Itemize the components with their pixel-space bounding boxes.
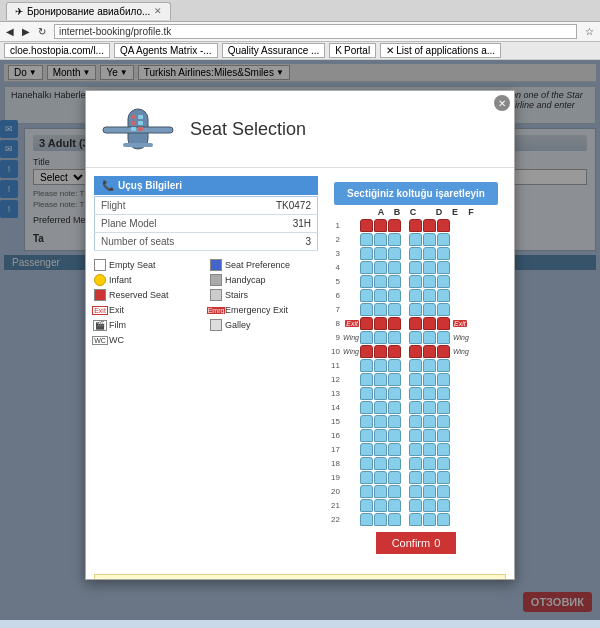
seat[interactable] [360,317,373,330]
seat[interactable] [388,443,401,456]
seat[interactable] [360,247,373,260]
seat[interactable] [409,513,422,526]
seat[interactable] [437,331,450,344]
seat[interactable] [423,429,436,442]
active-tab[interactable]: ✈ Бронирование авиабило... ✕ [6,2,171,20]
seat[interactable] [360,499,373,512]
seat[interactable] [360,485,373,498]
seat[interactable] [374,317,387,330]
seat[interactable] [360,443,373,456]
seat[interactable] [374,373,387,386]
seat[interactable] [423,345,436,358]
seat[interactable] [409,345,422,358]
seat[interactable] [374,401,387,414]
seat[interactable] [423,415,436,428]
seat[interactable] [437,457,450,470]
seat[interactable] [423,275,436,288]
seat[interactable] [360,401,373,414]
seat[interactable] [409,401,422,414]
seat[interactable] [388,317,401,330]
url-input[interactable]: internet-booking/profile.tk [54,24,577,39]
bookmark-3[interactable]: Quality Assurance ... [222,43,326,58]
seat[interactable] [437,387,450,400]
seat[interactable] [360,275,373,288]
seat[interactable] [409,471,422,484]
seat[interactable] [388,275,401,288]
seat[interactable] [437,247,450,260]
seat[interactable] [423,317,436,330]
seat[interactable] [374,233,387,246]
seat[interactable] [388,345,401,358]
seat[interactable] [437,429,450,442]
seat[interactable] [388,233,401,246]
seat[interactable] [388,485,401,498]
seat[interactable] [388,373,401,386]
seat[interactable] [437,443,450,456]
seat[interactable] [437,513,450,526]
seat[interactable] [388,289,401,302]
seat[interactable] [423,373,436,386]
seat[interactable] [360,289,373,302]
seat[interactable] [423,359,436,372]
seat[interactable] [360,261,373,274]
seat[interactable] [437,289,450,302]
seat[interactable] [423,331,436,344]
seat[interactable] [360,457,373,470]
seat[interactable] [360,345,373,358]
seat[interactable] [374,443,387,456]
seat[interactable] [437,415,450,428]
seat[interactable] [409,415,422,428]
seat[interactable] [409,261,422,274]
seat[interactable] [374,219,387,232]
seat[interactable] [423,513,436,526]
seat[interactable] [409,457,422,470]
seat[interactable] [388,387,401,400]
seat[interactable] [423,471,436,484]
seat[interactable] [409,429,422,442]
tab-close-btn[interactable]: ✕ [154,6,162,16]
seat[interactable] [388,359,401,372]
seat[interactable] [360,373,373,386]
seat[interactable] [374,513,387,526]
seat[interactable] [409,247,422,260]
seat[interactable] [374,499,387,512]
seat[interactable] [423,233,436,246]
seat[interactable] [374,261,387,274]
confirm-button[interactable]: Confirm 0 [376,532,457,554]
seat[interactable] [437,233,450,246]
seat[interactable] [374,359,387,372]
seat[interactable] [409,233,422,246]
forward-btn[interactable]: ▶ [22,26,30,37]
seat[interactable] [437,499,450,512]
seat[interactable] [437,303,450,316]
bookmark-4[interactable]: KPortal [329,43,376,58]
bookmark-btn[interactable]: ☆ [585,26,594,37]
seat[interactable] [437,401,450,414]
seat[interactable] [437,373,450,386]
seat[interactable] [374,345,387,358]
seat[interactable] [437,317,450,330]
seat[interactable] [374,387,387,400]
seat[interactable] [388,415,401,428]
seat[interactable] [360,429,373,442]
seat[interactable] [437,359,450,372]
seat[interactable] [374,429,387,442]
seat[interactable] [388,457,401,470]
seat[interactable] [423,401,436,414]
seat[interactable] [360,331,373,344]
seat[interactable] [388,261,401,274]
seat[interactable] [423,289,436,302]
seat[interactable] [423,387,436,400]
seat[interactable] [388,219,401,232]
seat[interactable] [423,219,436,232]
back-btn[interactable]: ◀ [6,26,14,37]
seat[interactable] [360,233,373,246]
seat[interactable] [360,387,373,400]
seat[interactable] [360,359,373,372]
seat[interactable] [437,261,450,274]
seat[interactable] [423,457,436,470]
seat[interactable] [409,443,422,456]
seat[interactable] [374,415,387,428]
seat[interactable] [360,513,373,526]
seat[interactable] [409,373,422,386]
